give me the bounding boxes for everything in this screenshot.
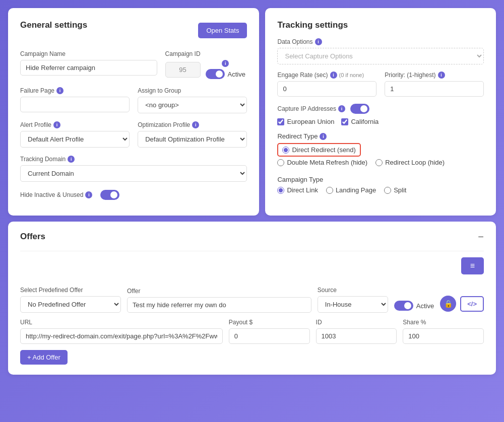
redirect-meta-item[interactable]: Double Meta Refresh (hide) [277, 159, 367, 166]
opt-profile-select[interactable]: Default Optimization Profile [138, 131, 247, 148]
payout-input[interactable] [229, 328, 310, 344]
redirect-loop-item[interactable]: Redirect Loop (hide) [375, 159, 445, 166]
campaign-id-input [165, 62, 201, 78]
priority-info-icon[interactable]: i [438, 72, 445, 79]
campaign-landing-page-radio[interactable] [326, 187, 333, 194]
share-group: Share % [403, 319, 484, 344]
engage-rate-info-icon[interactable]: i [330, 72, 337, 79]
url-group: URL [20, 319, 223, 344]
alert-profile-select[interactable]: Default Alert Profile [20, 131, 130, 148]
hide-inactive-row: Hide Inactive & Unused i [20, 190, 247, 200]
capture-ip-group: Capture IP Addresses i European Union [277, 104, 484, 125]
hide-inactive-toggle[interactable] [100, 190, 119, 200]
campaign-id-label: Campaign ID [165, 50, 247, 57]
data-options-select[interactable]: Select Capture Options [277, 48, 484, 64]
campaign-name-group: Campaign Name [20, 50, 157, 76]
offer-name-group: Offer [127, 288, 311, 313]
opt-profile-info-icon[interactable]: i [192, 121, 199, 128]
redirect-loop-radio[interactable] [375, 159, 383, 166]
failure-page-input[interactable] [20, 97, 130, 112]
source-label: Source [318, 287, 388, 294]
general-settings-title: General settings [20, 20, 87, 30]
redirect-direct-highlight: Direct Redirect (send) [277, 143, 360, 157]
alert-profile-info-icon[interactable]: i [53, 121, 60, 128]
ip-regions-row: European Union California [277, 118, 484, 125]
campaign-name-input[interactable] [20, 60, 157, 76]
engage-rate-input[interactable] [277, 81, 376, 97]
redirect-meta-radio[interactable] [277, 159, 284, 166]
offer-active-toggle[interactable] [394, 301, 413, 311]
campaign-split-item[interactable]: Split [384, 186, 406, 194]
active-toggle-wrapper: Active [206, 69, 245, 79]
offers-card: Offers − ≡ Select Predefined Offer No Pr… [8, 222, 496, 375]
redirect-type-info-icon[interactable]: i [320, 133, 327, 140]
engage-rate-label: Engage Rate (sec) i (0 if none) [277, 72, 376, 79]
california-checkbox[interactable] [341, 118, 348, 125]
tracking-settings-title: Tracking settings [277, 20, 348, 30]
active-info-icon[interactable]: i [222, 60, 229, 67]
redirect-loop-label: Redirect Loop (hide) [385, 159, 445, 166]
active-toggle[interactable] [206, 69, 225, 79]
priority-label: Priority: (1-highest) i [385, 72, 484, 79]
capture-ip-toggle[interactable] [350, 104, 369, 114]
assign-group-select[interactable]: <no group> [138, 97, 247, 113]
campaign-split-label: Split [394, 186, 406, 194]
top-row: General settings Open Stats Campaign Nam… [8, 8, 496, 216]
eu-checkbox-item[interactable]: European Union [277, 118, 334, 125]
offer-name-input[interactable] [127, 297, 311, 313]
code-button[interactable]: </> [460, 296, 484, 312]
campaign-landing-page-item[interactable]: Landing Page [326, 186, 376, 194]
eu-checkbox[interactable] [277, 118, 284, 125]
offers-divider [20, 251, 484, 251]
hide-inactive-label: Hide Inactive & Unused i [20, 191, 92, 198]
data-options-group: Data Options i Select Capture Options [277, 38, 484, 64]
hide-inactive-info-icon[interactable]: i [85, 191, 92, 198]
redirect-direct-item[interactable]: Direct Redirect (send) [282, 146, 355, 154]
redirect-meta-label: Double Meta Refresh (hide) [287, 159, 367, 166]
opt-profile-group: Optimization Profile i Default Optimizat… [138, 121, 247, 148]
capture-ip-info-icon[interactable]: i [338, 105, 345, 112]
capture-ip-label: Capture IP Addresses i [277, 105, 345, 112]
california-checkbox-item[interactable]: California [341, 118, 379, 125]
tracking-domain-info-icon[interactable]: i [68, 156, 75, 163]
offer-buttons-group: 🔒 </> [440, 296, 484, 313]
campaign-id-group: Campaign ID i Active [165, 50, 247, 79]
tracking-domain-select[interactable]: Current Domain [20, 165, 247, 182]
offers-header: Offers − [20, 232, 484, 242]
offer-id-label: ID [316, 319, 397, 326]
offers-row1: Select Predefined Offer No Predefined Of… [20, 287, 484, 313]
open-stats-button[interactable]: Open Stats [198, 23, 247, 38]
predefined-offer-select[interactable]: No Predefined Offer [20, 296, 121, 313]
engage-priority-row: Engage Rate (sec) i (0 if none) Priority… [277, 72, 484, 97]
equals-icon: ≡ [470, 261, 475, 270]
assign-group-label: Assign to Group [138, 87, 247, 94]
california-label: California [351, 118, 379, 125]
url-input[interactable] [20, 328, 223, 344]
data-options-label: Data Options i [277, 38, 484, 45]
campaign-name-label: Campaign Name [20, 50, 157, 57]
campaign-direct-link-item[interactable]: Direct Link [277, 186, 318, 194]
lock-button[interactable]: 🔒 [440, 296, 456, 312]
equals-button[interactable]: ≡ [461, 257, 484, 274]
url-label: URL [20, 319, 223, 326]
offers-row2: URL Payout $ ID Share % [20, 319, 484, 344]
add-offer-button[interactable]: + Add Offer [20, 350, 68, 365]
tracking-domain-group: Tracking Domain i Current Domain [20, 156, 247, 182]
campaign-split-radio[interactable] [384, 187, 391, 194]
alert-profile-label: Alert Profile i [20, 121, 130, 128]
campaign-name-row: Campaign Name Campaign ID i [20, 50, 247, 79]
assign-group-group: Assign to Group <no group> [138, 87, 247, 113]
predefined-offer-group: Select Predefined Offer No Predefined Of… [20, 287, 121, 313]
redirect-direct-label: Direct Redirect (send) [292, 146, 355, 154]
share-input[interactable] [403, 328, 484, 344]
redirect-direct-radio[interactable] [282, 147, 289, 154]
failure-info-icon[interactable]: i [56, 87, 64, 94]
data-options-info-icon[interactable]: i [315, 38, 322, 45]
campaign-type-group: Campaign Type Direct Link Landing Page S… [277, 176, 484, 196]
source-group: Source In-House External Direct [318, 287, 388, 313]
offers-collapse-button[interactable]: − [478, 232, 484, 242]
campaign-direct-link-radio[interactable] [277, 187, 284, 194]
source-select[interactable]: In-House External Direct [318, 296, 388, 313]
priority-input[interactable] [385, 81, 484, 97]
offer-id-input[interactable] [316, 328, 397, 344]
